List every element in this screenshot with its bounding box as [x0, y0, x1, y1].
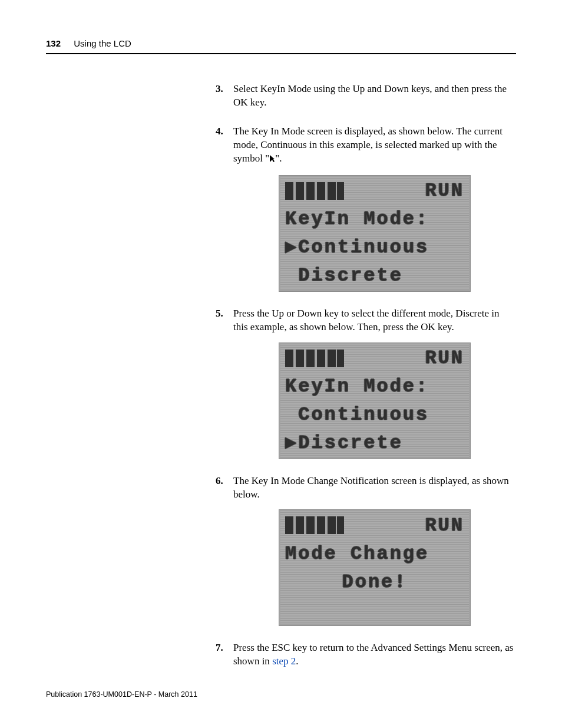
step-text: Press the ESC key to return to the Advan…	[233, 642, 513, 667]
lcd-row: RUN	[280, 177, 469, 205]
step-number: 7.	[216, 641, 223, 655]
step-text: The Key In Mode screen is displayed, as …	[233, 126, 503, 164]
lcd-row	[280, 596, 469, 624]
lcd-text: Mode Change	[285, 541, 429, 566]
lcd-text: KeyIn Mode:	[285, 374, 429, 399]
lcd-status-bar-icon	[285, 350, 344, 367]
lcd-text: KeyIn Mode:	[285, 206, 429, 232]
lcd-row: Done!	[280, 568, 469, 596]
step-text-part: ".	[275, 153, 282, 164]
step-number: 4.	[216, 125, 223, 139]
step-7: 7. Press the ESC key to return to the Ad…	[216, 641, 516, 668]
step-number: 6.	[216, 475, 223, 488]
lcd-screen: RUN Mode Change Done!	[279, 509, 471, 626]
publication-info: Publication 1763-UM001D-EN-P - March 201…	[46, 690, 197, 699]
step-2-link[interactable]: step 2	[272, 655, 296, 667]
lcd-status-text: RUN	[425, 513, 464, 538]
step-6: 6. The Key In Mode Change Notification s…	[216, 475, 516, 627]
lcd-text: Done!	[342, 569, 407, 595]
step-4: 4. The Key In Mode screen is displayed, …	[216, 125, 516, 292]
lcd-row: Continuous	[280, 401, 469, 429]
page-footer: Publication 1763-UM001D-EN-P - March 201…	[46, 690, 197, 699]
lcd-row: ▶Continuous	[280, 233, 469, 262]
lcd-row: RUN	[280, 344, 469, 373]
lcd-status-text: RUN	[425, 345, 464, 371]
lcd-status-bar-icon	[285, 182, 344, 200]
lcd-row: Mode Change	[280, 539, 469, 568]
lcd-row: Discrete	[280, 262, 469, 290]
step-text: Select KeyIn Mode using the Up and Down …	[233, 83, 507, 108]
lcd-status-bar-icon	[285, 516, 344, 534]
instruction-list: 3. Select KeyIn Mode using the Up and Do…	[216, 83, 516, 668]
lcd-row: RUN	[280, 511, 469, 539]
section-title: Using the LCD	[74, 38, 131, 48]
step-text: The Key In Mode Change Notification scre…	[233, 475, 509, 500]
page-header: 132 Using the LCD	[46, 38, 516, 54]
lcd-screen: RUN KeyIn Mode: Continuous ▶Discrete	[279, 342, 471, 459]
lcd-screen: RUN KeyIn Mode: ▶Continuous Discrete	[279, 175, 471, 292]
lcd-text: Discrete	[285, 263, 403, 288]
page-number: 132	[46, 38, 61, 48]
lcd-text: ▶Discrete	[285, 430, 403, 456]
lcd-row: KeyIn Mode:	[280, 205, 469, 233]
lcd-status-text: RUN	[425, 178, 464, 203]
step-text: Press the Up or Down key to select the d…	[233, 308, 499, 332]
step-text-part: .	[296, 655, 298, 667]
step-number: 5.	[216, 307, 223, 321]
pointer-symbol-icon	[269, 153, 275, 167]
lcd-row: KeyIn Mode:	[280, 373, 469, 401]
lcd-row: ▶Discrete	[280, 429, 469, 457]
step-number: 3.	[216, 83, 223, 96]
main-content: 3. Select KeyIn Mode using the Up and Do…	[216, 83, 516, 684]
lcd-text: Continuous	[285, 402, 429, 427]
step-5: 5. Press the Up or Down key to select th…	[216, 307, 516, 459]
step-3: 3. Select KeyIn Mode using the Up and Do…	[216, 83, 516, 110]
lcd-text: ▶Continuous	[285, 235, 429, 260]
